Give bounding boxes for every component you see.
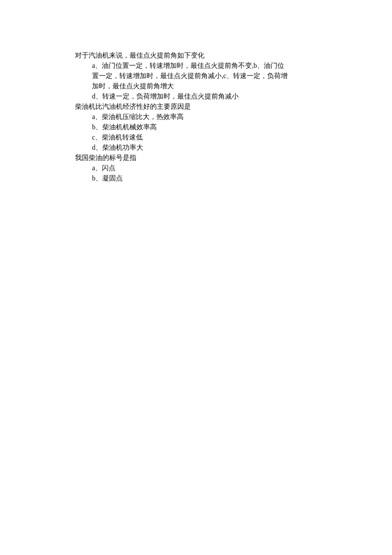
question-3-option-b: b、凝固点 <box>92 173 288 183</box>
question-1-options: a、油门位置一定，转速增加时，最佳点火提前角不变,b、油门位置一定，转速增加时，… <box>75 61 288 102</box>
question-2-options: a、柴油机压缩比大，热效率高 b、柴油机机械效率高 c、柴油机转速低 d、柴油机… <box>75 112 288 153</box>
question-2-option-d: d、柴油机功率大 <box>92 142 288 153</box>
question-1-option-d: d、转速一定，负荷增加时，最佳点火提前角减小 <box>92 91 288 102</box>
question-1: 对于汽油机来说，最佳点火提前角如下变化 a、油门位置一定，转速增加时，最佳点火提… <box>75 50 392 102</box>
question-2-stem: 柴油机比汽油机经济性好的主要原因是 <box>75 102 392 112</box>
question-3-option-a: a、闪点 <box>92 163 288 173</box>
question-3-stem: 我国柴油的标号是指 <box>75 153 392 163</box>
question-1-option-abc: a、油门位置一定，转速增加时，最佳点火提前角不变,b、油门位置一定，转速增加时，… <box>92 61 288 91</box>
question-2-option-c: c、柴油机转速低 <box>92 132 288 142</box>
question-2: 柴油机比汽油机经济性好的主要原因是 a、柴油机压缩比大，热效率高 b、柴油机机械… <box>75 102 392 153</box>
question-2-option-b: b、柴油机机械效率高 <box>92 122 288 132</box>
question-3-options: a、闪点 b、凝固点 <box>75 163 288 183</box>
question-3: 我国柴油的标号是指 a、闪点 b、凝固点 <box>75 153 392 183</box>
question-1-stem: 对于汽油机来说，最佳点火提前角如下变化 <box>75 50 392 61</box>
question-2-option-a: a、柴油机压缩比大，热效率高 <box>92 112 288 122</box>
